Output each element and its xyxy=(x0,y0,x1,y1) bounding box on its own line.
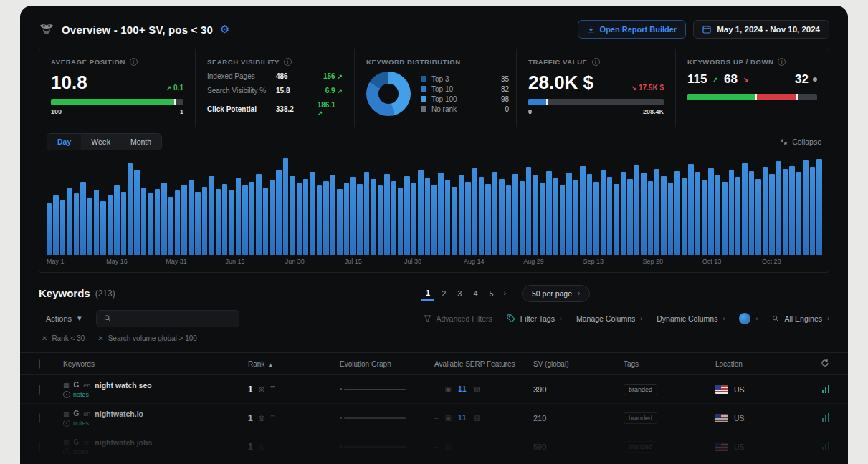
chart-bar[interactable] xyxy=(715,175,720,255)
chart-bar[interactable] xyxy=(621,172,626,255)
tab-week[interactable]: Week xyxy=(81,134,120,150)
chart-bar[interactable] xyxy=(175,190,180,255)
chart-bar[interactable] xyxy=(593,182,598,255)
chart-bar[interactable] xyxy=(256,174,261,255)
chart-bar[interactable] xyxy=(742,163,747,255)
view-serp-eye-icon[interactable]: ◎ xyxy=(259,385,265,393)
chart-bar[interactable] xyxy=(816,159,821,255)
chart-bar[interactable] xyxy=(783,169,788,255)
chart-bar[interactable] xyxy=(601,170,606,255)
chart-bar[interactable] xyxy=(297,183,302,255)
col-tags[interactable]: Tags xyxy=(624,360,715,368)
keyword-text[interactable]: nightwatch jobs xyxy=(95,438,152,447)
chart-bar[interactable] xyxy=(350,177,356,255)
chart-bar[interactable] xyxy=(100,201,105,255)
chart-bar[interactable] xyxy=(776,161,781,255)
chart-bar[interactable] xyxy=(222,184,227,255)
search-input[interactable] xyxy=(117,314,232,323)
refresh-icon[interactable] xyxy=(821,359,829,367)
chart-bar[interactable] xyxy=(803,160,808,255)
keyword-text[interactable]: nightwatch.io xyxy=(95,410,143,418)
chart-bar[interactable] xyxy=(384,174,389,255)
chart-bar[interactable] xyxy=(735,177,740,255)
info-icon[interactable]: i xyxy=(130,58,138,66)
chart-bar[interactable] xyxy=(722,182,727,255)
tag-chip[interactable]: branded xyxy=(624,441,657,453)
next-page-chevron-icon[interactable]: › xyxy=(501,289,509,297)
chart-bar[interactable] xyxy=(431,185,437,255)
chart-bar[interactable] xyxy=(357,184,362,255)
chart-bar[interactable] xyxy=(283,158,288,255)
chart-bar[interactable] xyxy=(67,188,72,255)
chart-bar[interactable] xyxy=(661,176,666,255)
chart-bar[interactable] xyxy=(404,176,409,255)
chart-bar[interactable] xyxy=(560,185,565,255)
table-row[interactable]: ▦ G en bing rank tracker ⚲ 1 ◎ – 480 US,… xyxy=(20,461,848,464)
chart-bar[interactable] xyxy=(763,167,768,255)
chart-bar[interactable] xyxy=(627,179,632,255)
chart-bar[interactable] xyxy=(789,166,794,255)
rank-distribution-icon[interactable] xyxy=(822,442,830,450)
chart-bar[interactable] xyxy=(499,179,504,255)
chart-bar[interactable] xyxy=(492,172,497,255)
chart-bar[interactable] xyxy=(472,168,477,255)
advanced-filters-button[interactable]: Advanced Filters xyxy=(424,314,492,323)
chart-bar[interactable] xyxy=(276,170,281,255)
tab-day[interactable]: Day xyxy=(47,134,81,150)
chart-bar[interactable] xyxy=(465,182,470,255)
chart-bar[interactable] xyxy=(202,187,207,255)
chart-bar[interactable] xyxy=(614,184,619,255)
chart-bar[interactable] xyxy=(344,183,349,255)
chart-bar[interactable] xyxy=(141,188,146,255)
chart-bar[interactable] xyxy=(445,180,450,255)
chart-bar[interactable] xyxy=(810,167,815,255)
chart-bar[interactable] xyxy=(364,172,369,255)
page-3[interactable]: 3 xyxy=(453,287,466,300)
page-1[interactable]: 1 xyxy=(421,286,434,301)
chart-bar[interactable] xyxy=(708,168,713,255)
chart-bar[interactable] xyxy=(587,174,592,255)
table-row[interactable]: ▦ G en night watch seo notes 1 ◎ ”” – ▣ … xyxy=(20,375,848,404)
chart-bar[interactable] xyxy=(459,175,464,255)
chart-bar[interactable] xyxy=(290,176,295,255)
chart-bar[interactable] xyxy=(688,164,693,255)
chart-bar[interactable] xyxy=(47,203,52,255)
col-sv-global[interactable]: SV (global) xyxy=(533,360,624,368)
chart-bar[interactable] xyxy=(573,180,578,255)
tag-chip[interactable]: branded xyxy=(624,412,657,424)
view-serp-eye-icon[interactable]: ◎ xyxy=(259,443,265,450)
page-2[interactable]: 2 xyxy=(437,287,450,300)
view-settings-gear-icon[interactable]: ⚙ xyxy=(220,23,229,36)
chart-bar[interactable] xyxy=(323,181,328,256)
chart-bar[interactable] xyxy=(317,185,322,255)
page-4[interactable]: 4 xyxy=(469,287,482,300)
chart-bar[interactable] xyxy=(540,183,545,255)
remove-filter-icon[interactable]: ✕ xyxy=(97,334,103,342)
chart-bar[interactable] xyxy=(479,177,484,255)
chart-bar[interactable] xyxy=(310,172,315,255)
chart-bar[interactable] xyxy=(195,192,200,255)
chart-bar[interactable] xyxy=(702,180,707,255)
table-row[interactable]: ▦ G en nightwatch jobs notes 1 ◎ – ▧ 590… xyxy=(20,432,848,461)
chart-bar[interactable] xyxy=(641,173,646,255)
page-5[interactable]: 5 xyxy=(485,287,498,300)
keyword-search[interactable] xyxy=(96,310,239,327)
location-globe-button[interactable]: › xyxy=(739,313,758,324)
chart-bar[interactable] xyxy=(94,190,99,255)
chart-bar[interactable] xyxy=(371,179,376,255)
chart-bar[interactable] xyxy=(729,170,734,255)
chart-bar[interactable] xyxy=(506,185,511,255)
col-location[interactable]: Location xyxy=(715,360,820,368)
all-engines-button[interactable]: All Engines › xyxy=(772,314,829,323)
chart-bar[interactable] xyxy=(566,173,571,255)
chart-bar[interactable] xyxy=(148,193,153,255)
chart-bar[interactable] xyxy=(249,182,254,255)
chart-bar[interactable] xyxy=(580,166,585,255)
date-range-picker[interactable]: May 1, 2024 - Nov 10, 2024 xyxy=(693,20,829,39)
chart-bar[interactable] xyxy=(526,167,531,255)
col-rank[interactable]: Rank▲ xyxy=(248,360,340,368)
row-checkbox[interactable] xyxy=(39,385,40,395)
chart-bar[interactable] xyxy=(236,178,241,255)
chart-bar[interactable] xyxy=(634,165,639,255)
open-report-builder-button[interactable]: Open Report Builder xyxy=(578,20,687,39)
